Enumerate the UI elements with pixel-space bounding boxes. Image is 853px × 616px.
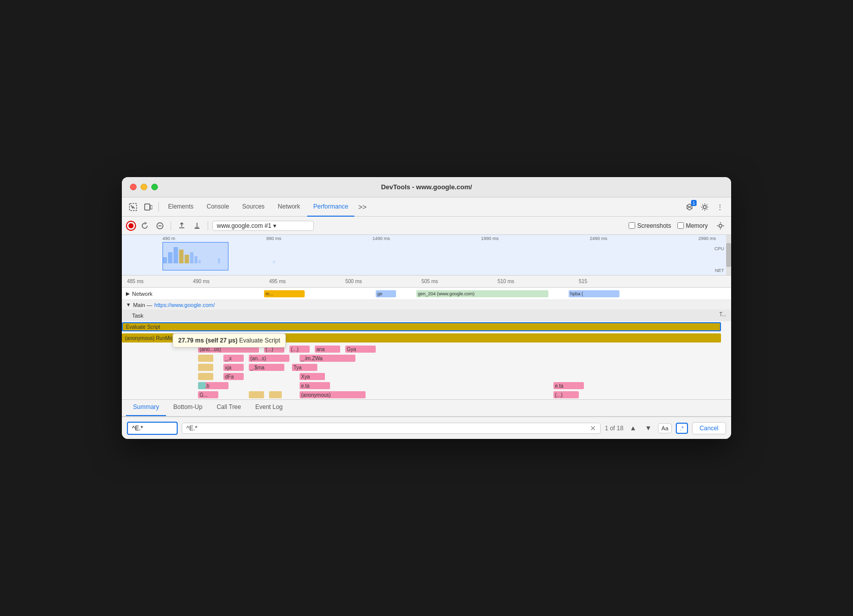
network-block-m[interactable]: m... — [264, 290, 305, 297]
flame-row-4: dFa Xya — [122, 372, 731, 381]
task-row[interactable]: Task T... — [122, 310, 731, 321]
minimize-button[interactable] — [141, 184, 147, 190]
timeline-ruler: 485 ms 490 ms 495 ms 500 ms 505 ms 510 m… — [122, 276, 731, 288]
perf-settings-icon[interactable] — [714, 219, 727, 232]
device-toggle-icon[interactable] — [141, 200, 155, 214]
flame-content-4[interactable]: dFa Xya — [198, 372, 731, 381]
flame-block-tya[interactable]: Tya — [292, 364, 317, 371]
flame-block-xya[interactable]: Xya — [300, 373, 325, 380]
network-track-content[interactable]: m... ge gen_204 (www.google.com) hpba ( — [198, 288, 731, 299]
flame-block-eta2[interactable]: e.ta — [553, 382, 584, 389]
timeline-overview[interactable]: 490 m 990 ms 1490 ms 1990 ms 2490 ms 299… — [122, 235, 731, 276]
search-next-button[interactable]: ▼ — [643, 423, 654, 434]
tab-sources[interactable]: Sources — [236, 197, 271, 217]
evaluate-script-bar[interactable]: Evaluate Script — [122, 322, 721, 331]
network-block-ge[interactable]: ge — [376, 290, 396, 297]
flame-block-yellow1[interactable] — [198, 355, 213, 362]
record-button[interactable] — [126, 221, 136, 231]
tab-call-tree[interactable]: Call Tree — [210, 399, 248, 416]
flame-block-g[interactable]: G... — [198, 391, 218, 398]
inspector-icon[interactable] — [126, 200, 140, 214]
notifications-icon[interactable]: 1 — [682, 200, 697, 214]
flame-content-5[interactable]: Y...b e.ta e.ta — [198, 381, 731, 390]
network-track-row: ▶ Network m... ge gen_204 (www.google.co… — [122, 288, 731, 300]
tab-bottom-up[interactable]: Bottom-Up — [166, 399, 209, 416]
net-label: NET — [715, 268, 724, 273]
clear-recordings-button[interactable] — [153, 219, 167, 232]
upload-button[interactable] — [175, 219, 188, 232]
flame-row-3: xja _.$ma Tya — [122, 363, 731, 372]
tooltip-label: Evaluate Script — [239, 337, 280, 344]
tab-performance[interactable]: Performance — [307, 197, 354, 217]
flame-block-x[interactable]: _.x — [223, 355, 244, 362]
performance-toolbar: www.google.com #1 ▾ Screenshots Memory — [122, 217, 731, 235]
memory-checkbox[interactable] — [677, 222, 684, 229]
flame-row-6: G... (anonymous) (...) — [122, 390, 731, 399]
flame-block-ans[interactable]: (an...s) — [249, 355, 289, 362]
reload-record-button[interactable] — [138, 219, 151, 232]
overview-mark-2490: 2490 ms — [589, 236, 607, 241]
flame-block-yellow3[interactable] — [198, 373, 213, 380]
notification-badge: 1 — [691, 200, 697, 206]
screenshots-toggle[interactable]: Screenshots — [629, 222, 671, 229]
tab-console[interactable]: Console — [201, 197, 235, 217]
ruler-mark-510: 510 ms — [498, 279, 514, 284]
settings-icon[interactable] — [698, 200, 712, 214]
flame-block-xja[interactable]: xja — [223, 364, 244, 371]
flame-block-teal1[interactable] — [198, 382, 206, 389]
flame-block-anon3[interactable]: (...) — [553, 391, 579, 398]
search-input-box[interactable] — [127, 422, 178, 435]
network-block-gen204[interactable]: gen_204 (www.google.com) — [416, 290, 548, 297]
search-main-area[interactable]: ✕ — [182, 423, 601, 434]
more-options-icon[interactable]: ⋮ — [713, 200, 727, 214]
memory-toggle[interactable]: Memory — [677, 222, 708, 229]
flame-block-anon2[interactable]: (...) — [289, 346, 310, 353]
window-title: DevTools - www.google.com/ — [381, 183, 472, 191]
flame-content-6[interactable]: G... (anonymous) (...) — [198, 390, 731, 399]
flame-block-sma[interactable]: _.$ma — [249, 364, 284, 371]
flame-block-yellow2[interactable] — [198, 364, 213, 371]
clear-icon[interactable]: ✕ — [590, 424, 596, 432]
toolbar-separator — [158, 202, 159, 212]
search-main-input[interactable] — [186, 425, 588, 432]
more-tabs-button[interactable]: >> — [355, 200, 370, 214]
svg-point-5 — [703, 206, 706, 209]
task-abbr: T... — [719, 312, 726, 317]
flame-block-eta1[interactable]: e.ta — [300, 382, 330, 389]
evaluate-script-row[interactable]: Evaluate Script — [122, 321, 731, 332]
timeline-selection[interactable] — [162, 242, 228, 270]
regex-button[interactable]: .* — [676, 423, 687, 434]
cancel-button[interactable]: Cancel — [692, 422, 726, 434]
flame-block-lmzwa[interactable]: _.lm.ZWa — [300, 355, 355, 362]
network-block-hpba[interactable]: hpba ( — [569, 290, 619, 297]
flame-content-2[interactable]: _.x (an...s) _.lm.ZWa — [198, 354, 731, 363]
overview-mark-990: 990 ms — [266, 236, 281, 241]
tab-elements[interactable]: Elements — [162, 197, 200, 217]
tab-network[interactable]: Network — [272, 197, 306, 217]
download-button[interactable] — [190, 219, 204, 232]
match-case-button[interactable]: Aa — [658, 423, 672, 433]
flame-content-3[interactable]: xja _.$ma Tya — [198, 363, 731, 372]
svg-point-7 — [719, 224, 722, 227]
close-button[interactable] — [130, 184, 137, 190]
scrollbar-thumb[interactable] — [726, 243, 731, 267]
flame-row-2: _.x (an...s) _.lm.ZWa — [122, 354, 731, 363]
flame-block-anonymous[interactable]: (anonymous) — [300, 391, 366, 398]
recording-selector[interactable]: www.google.com #1 ▾ — [212, 221, 314, 231]
cpu-chart — [162, 242, 716, 263]
vertical-scrollbar[interactable] — [726, 235, 731, 275]
tab-event-log[interactable]: Event Log — [248, 399, 290, 416]
flame-block-gya[interactable]: Gya — [345, 346, 376, 353]
search-prev-button[interactable]: ▲ — [628, 423, 639, 434]
overview-mark-2990: 2990 ms — [698, 236, 716, 241]
maximize-button[interactable] — [151, 184, 158, 190]
flame-block-dfa[interactable]: dFa — [223, 373, 244, 380]
tooltip: 27.79 ms (self 27 μs) Evaluate Script — [173, 333, 286, 348]
flame-block-yellow5[interactable] — [269, 391, 282, 398]
flame-block-ana[interactable]: ana — [315, 346, 340, 353]
task-content[interactable]: T... — [198, 310, 731, 321]
ruler-mark-500: 500 ms — [345, 279, 362, 284]
screenshots-checkbox[interactable] — [629, 222, 635, 229]
flame-block-yellow4[interactable] — [249, 391, 264, 398]
tab-summary[interactable]: Summary — [126, 399, 166, 416]
